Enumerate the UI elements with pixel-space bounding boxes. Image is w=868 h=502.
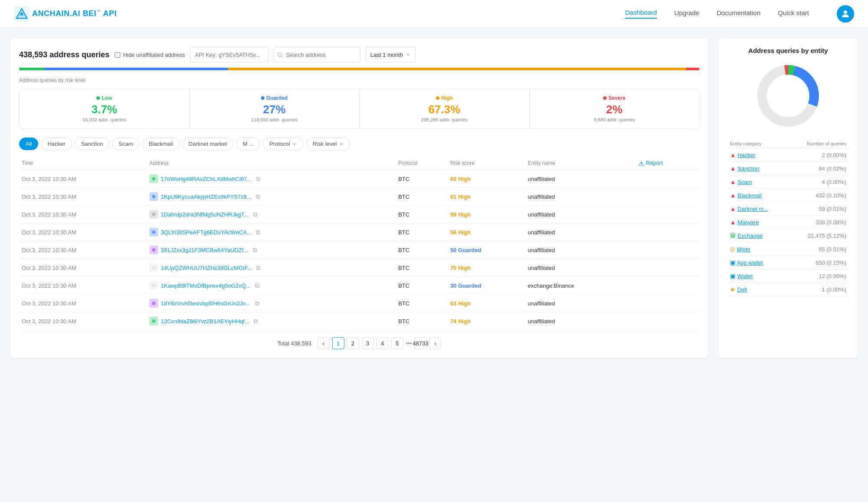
entity-label-defi: ★ Defi: [727, 283, 787, 296]
entity-link-scam[interactable]: Scam: [737, 179, 752, 185]
filter-tab-scam[interactable]: Scam: [112, 138, 139, 150]
cell-risk-score: 74 High: [448, 312, 525, 330]
cell-protocol: BTC: [396, 241, 448, 259]
entity-link-malware[interactable]: Malware: [737, 219, 759, 226]
address-link-5[interactable]: 14UpQZWHUU7HZHz39GLcMGtF... ⧉: [149, 263, 393, 272]
svg-point-21: [152, 284, 155, 287]
entity-link-sanction[interactable]: Sanction: [737, 165, 759, 172]
user-avatar[interactable]: [837, 5, 854, 23]
copy-icon-0[interactable]: ⧉: [256, 175, 261, 183]
cell-protocol: BTC: [396, 295, 448, 312]
date-filter-button[interactable]: Last 1 month: [366, 47, 416, 62]
filter-tab-sanction[interactable]: Sanction: [75, 138, 110, 150]
page-3-btn[interactable]: 3: [362, 337, 374, 349]
warn-icon: ▲: [730, 205, 736, 212]
nav-link-upgrade[interactable]: Upgrade: [674, 9, 700, 18]
warn-icon: ▲: [730, 192, 736, 199]
entity-link-hacker[interactable]: Hacker: [737, 152, 755, 158]
copy-icon-4[interactable]: ⧉: [253, 246, 257, 254]
col-address: Address: [147, 156, 396, 170]
prev-page-btn[interactable]: ‹: [317, 337, 330, 349]
filter-tab-more[interactable]: M ...: [236, 138, 260, 150]
search-address-input[interactable]: [274, 47, 360, 62]
dot-guarded: [261, 96, 264, 100]
filter-dropdown-risk_level[interactable]: Risk level: [306, 138, 350, 150]
cell-entity: unaffiliated: [525, 206, 635, 223]
top-bar: 438,593 address queries Hide unaffiliate…: [19, 47, 700, 62]
copy-icon-3[interactable]: ⧉: [256, 229, 260, 236]
copy-icon-7[interactable]: ⧉: [255, 300, 259, 307]
nav-link-quickstart[interactable]: Quick start: [778, 9, 809, 18]
entity-row-mixer: ◎ Mixer 65 (0.01%): [727, 243, 849, 256]
entity-link-appwallet[interactable]: App wallet: [737, 259, 763, 266]
avatar-icon: [840, 9, 851, 19]
svg-point-5: [278, 52, 282, 56]
address-link-3[interactable]: 3QLfri3itSPeAFTg6EDuYAcWeCA... ⧉: [149, 228, 393, 236]
cell-entity: unaffiliated: [525, 223, 635, 241]
address-link-7[interactable]: 18Y8zVnAf3esivbp5fH6sGrUn2Jn... ⧉: [149, 299, 393, 308]
filter-tabs: AllHackerSanctionScamBlackmailDarknet ma…: [19, 138, 700, 150]
cell-address: 391JZxx3gJ1F3MCBw64YaUDZf... ⧉: [147, 241, 396, 259]
svg-point-25: [152, 319, 155, 323]
entity-row-sanction: ▲ Sanction 84 (0.02%): [727, 162, 849, 175]
entity-row-exchange: 🏛 Exchange 22,475 (5.12%): [727, 229, 849, 243]
svg-point-3: [20, 13, 23, 15]
cell-risk-score: 70 High: [448, 259, 525, 277]
address-icon: [149, 228, 158, 236]
nav-link-dashboard[interactable]: Dashboard: [625, 9, 657, 19]
page-2-btn[interactable]: 2: [347, 337, 359, 349]
cell-time: Oct 3, 2022 10:30 AM: [19, 170, 147, 188]
hide-unaffiliated-checkbox[interactable]: [115, 52, 120, 58]
address-link-6[interactable]: 1KawpB9iTMvDfBpnxx4g5oG2vQ... ⧉: [149, 281, 393, 290]
svg-line-6: [281, 56, 283, 57]
table-row: Oct 3, 2022 10:30 AM 1KawpB9iTMvDfBpnxx4…: [19, 277, 700, 295]
address-icon: [149, 317, 158, 325]
entity-link-exchange[interactable]: Exchange: [738, 233, 763, 239]
page-1-btn[interactable]: 1: [332, 337, 344, 349]
address-link-1[interactable]: 1KpU8KycuaAkypHZEs9kPYS7z8... ⧉: [149, 192, 393, 201]
entity-count-defi: 1 (0.00%): [787, 283, 849, 296]
copy-icon-6[interactable]: ⧉: [255, 282, 259, 289]
entity-count-hacker: 2 (0.00%): [787, 148, 849, 162]
risk-stat-severe: Severe 2% 8,680 addr. queries: [530, 89, 700, 128]
risk-pct-high: 67.3%: [366, 103, 522, 116]
cell-risk-score: 30 Guarded: [448, 277, 525, 295]
next-page-btn[interactable]: ›: [429, 337, 441, 349]
entity-link-darknet[interactable]: Darknet m...: [737, 206, 768, 212]
report-link[interactable]: Report: [638, 160, 697, 166]
entity-link-blackmail[interactable]: Blackmail: [737, 192, 762, 199]
address-link-8[interactable]: 12Cxn9daZ86iYvz2B1AEYiyHHqf... ⧉: [149, 317, 393, 325]
risk-count-guarded: 118,592 addr. queries: [197, 117, 353, 122]
entity-count-mixer: 65 (0.01%): [787, 243, 849, 256]
warn-icon: ▲: [730, 165, 736, 172]
filter-tab-darknet[interactable]: Darknet market: [182, 138, 234, 150]
filter-tab-blackmail[interactable]: Blackmail: [142, 138, 179, 150]
page-5-btn[interactable]: 5: [391, 337, 403, 349]
risk-stat-label-severe: Severe: [537, 95, 693, 101]
api-key-input[interactable]: [190, 47, 268, 62]
nav-link-documentation[interactable]: Documentation: [716, 9, 760, 18]
copy-icon-5[interactable]: ⧉: [256, 264, 261, 272]
defi-icon: ★: [730, 286, 736, 293]
address-link-2[interactable]: 1Dahrdp2dra3NfMg5uNZHRJkgT... ⧉: [149, 210, 393, 219]
copy-icon-2[interactable]: ⧉: [253, 211, 257, 218]
svg-point-11: [152, 195, 155, 198]
entity-count-exchange: 22,475 (5.12%): [787, 229, 849, 243]
last-page-btn[interactable]: 48733: [414, 337, 426, 349]
filter-tab-all[interactable]: All: [19, 138, 38, 150]
filter-tab-hacker[interactable]: Hacker: [41, 138, 72, 150]
risk-count-high: 295,285 addr. queries: [366, 117, 522, 122]
entity-link-defi[interactable]: Defi: [737, 286, 747, 293]
filter-dropdown-protocol[interactable]: Protocol: [263, 138, 304, 150]
entity-link-mixer[interactable]: Mixer: [737, 246, 751, 253]
page-dots: •••: [406, 340, 412, 347]
address-link-0[interactable]: 17oWoHg49RAxZChLXdMwhCi97... ⧉: [149, 174, 393, 183]
entity-link-wallet[interactable]: Wallet: [737, 273, 753, 279]
address-link-4[interactable]: 391JZxx3gJ1F3MCBw64YaUDZf... ⧉: [149, 246, 393, 254]
entity-row-appwallet: ▣ App wallet 650 (0.15%): [727, 256, 849, 269]
chevron-icon: [339, 141, 344, 147]
copy-icon-1[interactable]: ⧉: [256, 193, 260, 200]
copy-icon-8[interactable]: ⧉: [254, 318, 258, 325]
page-4-btn[interactable]: 4: [376, 337, 389, 349]
risk-pct-guarded: 27%: [197, 103, 353, 116]
